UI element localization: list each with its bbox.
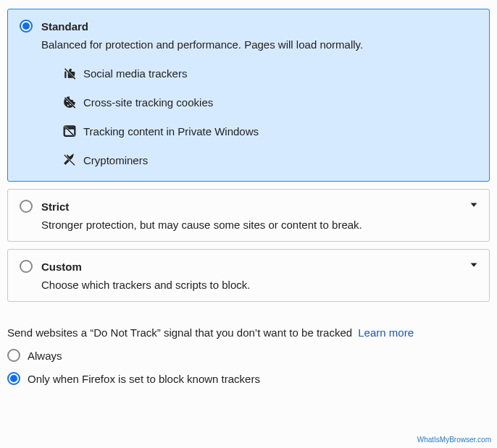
radio-standard[interactable] <box>20 20 33 33</box>
panel-description: Choose which trackers and scripts to blo… <box>41 279 477 291</box>
block-item-label: Cryptominers <box>83 154 148 166</box>
block-item-label: Social media trackers <box>83 67 187 80</box>
window-slash-icon <box>63 124 76 138</box>
learn-more-link[interactable]: Learn more <box>358 326 414 339</box>
dnt-prompt: Send websites a “Do Not Track” signal th… <box>7 326 490 339</box>
panel-description: Balanced for protection and performance.… <box>41 38 477 51</box>
block-item-crypto: Cryptominers <box>63 153 477 166</box>
radio-strict[interactable] <box>20 200 33 213</box>
panel-title: Strict <box>41 200 69 213</box>
dnt-section: Send websites a “Do Not Track” signal th… <box>7 326 490 385</box>
watermark: WhatIsMyBrowser.com <box>417 436 491 444</box>
panel-description: Stronger protection, but may cause some … <box>41 219 477 231</box>
radio-custom[interactable] <box>20 260 33 273</box>
dnt-option-label: Always <box>28 350 62 362</box>
pickaxe-slash-icon <box>63 153 76 166</box>
block-item-social: Social media trackers <box>63 67 477 80</box>
protection-level-strict[interactable]: Strict Stronger protection, but may caus… <box>7 189 490 242</box>
thumb-up-slash-icon <box>63 67 76 80</box>
dnt-prompt-text: Send websites a “Do Not Track” signal th… <box>7 326 352 339</box>
protection-level-custom[interactable]: Custom Choose which trackers and scripts… <box>7 249 490 302</box>
block-item-cookies: Cross-site tracking cookies <box>63 96 477 109</box>
block-item-label: Tracking content in Private Windows <box>83 125 259 138</box>
panel-header: Custom <box>20 260 477 273</box>
panel-header: Strict <box>20 200 477 213</box>
dnt-option-always[interactable]: Always <box>7 349 490 362</box>
panel-header: Standard <box>20 20 477 33</box>
protection-level-standard[interactable]: Standard Balanced for protection and per… <box>7 9 490 182</box>
dnt-option-label: Only when Firefox is set to block known … <box>28 373 260 385</box>
cookie-slash-icon <box>63 96 76 109</box>
block-item-tracking: Tracking content in Private Windows <box>63 124 477 138</box>
panel-title: Standard <box>41 20 88 33</box>
radio-dnt-always[interactable] <box>7 349 20 362</box>
dnt-option-default[interactable]: Only when Firefox is set to block known … <box>7 372 490 385</box>
block-list: Social media trackers Cross-site trackin… <box>63 67 477 166</box>
panel-title: Custom <box>41 261 82 273</box>
radio-dnt-default[interactable] <box>7 372 20 385</box>
chevron-down-icon <box>469 260 479 270</box>
chevron-down-icon <box>469 200 479 210</box>
block-item-label: Cross-site tracking cookies <box>83 96 213 109</box>
